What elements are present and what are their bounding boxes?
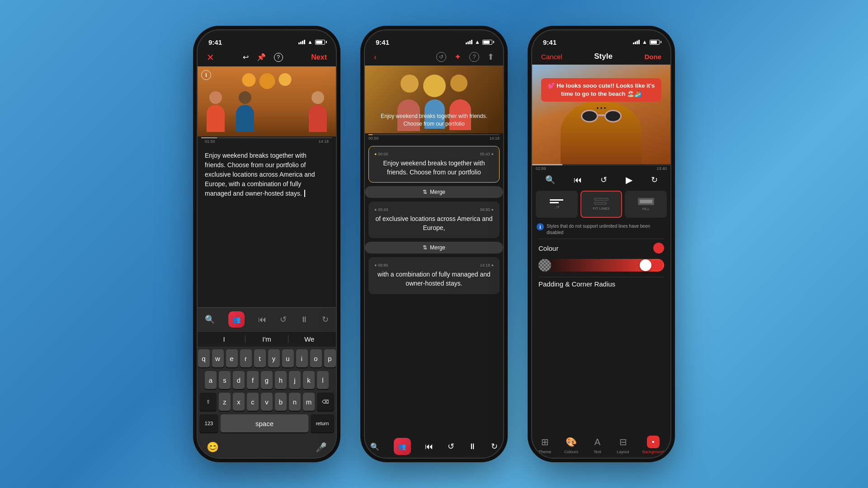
- pause-icon[interactable]: ⏸: [300, 315, 308, 324]
- skip-forward-icon[interactable]: ↻: [322, 314, 329, 324]
- key-shift[interactable]: ⇧: [199, 393, 217, 411]
- style-option-fill[interactable]: FILL: [625, 191, 667, 218]
- loop-icon[interactable]: ↺: [280, 314, 287, 324]
- tab-theme-label: Theme: [538, 450, 551, 454]
- cancel-button-3[interactable]: Cancel: [541, 53, 562, 61]
- key-b[interactable]: b: [275, 393, 287, 411]
- key-y[interactable]: y: [268, 349, 280, 367]
- key-x[interactable]: x: [233, 393, 245, 411]
- skip-back-3[interactable]: ⏮: [574, 175, 582, 185]
- search-icon-1[interactable]: 🔍: [205, 314, 215, 324]
- key-n[interactable]: n: [289, 393, 301, 411]
- help-icon-2[interactable]: ?: [469, 52, 479, 62]
- key-s[interactable]: s: [219, 371, 231, 389]
- key-p[interactable]: p: [324, 349, 336, 367]
- theme-icon: ⊞: [538, 436, 551, 448]
- style-option-fitlines[interactable]: FIT LINES: [580, 191, 623, 218]
- done-button-3[interactable]: Done: [645, 53, 662, 61]
- key-d[interactable]: d: [233, 371, 245, 389]
- style-option-it[interactable]: ...IT: [536, 191, 578, 218]
- next-button[interactable]: Next: [311, 53, 327, 61]
- key-k[interactable]: k: [303, 371, 315, 389]
- slider-thumb[interactable]: [640, 259, 651, 271]
- segment-2-text: of exclusive locations across America an…: [374, 215, 494, 232]
- key-z[interactable]: z: [219, 393, 231, 411]
- video-scene-2: Enjoy weekend breaks together with frien…: [365, 66, 503, 133]
- phone3-controls: 🔍 ⏮ ↺ ▶ ↻: [532, 172, 670, 188]
- tab-theme[interactable]: ⊞ Theme: [538, 436, 551, 454]
- tab-layout[interactable]: ⊟ Layout: [617, 436, 629, 454]
- suggestion-i[interactable]: I: [203, 333, 245, 345]
- segment-3-header: ● 08:80 14:18 ●: [374, 263, 494, 267]
- key-u[interactable]: u: [282, 349, 294, 367]
- help-icon[interactable]: ?: [274, 53, 283, 62]
- key-v[interactable]: v: [261, 393, 273, 411]
- checker-pattern: [538, 259, 551, 272]
- key-e[interactable]: e: [226, 349, 238, 367]
- caption-segment-2[interactable]: ● 05:43 08:80 ● of exclusive locations a…: [368, 202, 500, 238]
- key-h[interactable]: h: [275, 371, 287, 389]
- key-numbers[interactable]: 123: [199, 414, 218, 432]
- app-icon-1[interactable]: 👥: [228, 311, 245, 328]
- pin-icon[interactable]: 📌: [257, 53, 266, 62]
- text-edit-area[interactable]: Enjoy weekend breaks together with frien…: [198, 145, 336, 307]
- key-t[interactable]: t: [254, 349, 266, 367]
- close-button[interactable]: ✕: [207, 52, 214, 63]
- undo-icon[interactable]: ↩: [243, 53, 249, 62]
- key-r[interactable]: r: [240, 349, 252, 367]
- wifi-icon-2: ▲: [475, 39, 480, 45]
- play-3[interactable]: ▶: [626, 174, 632, 185]
- key-j[interactable]: j: [289, 371, 301, 389]
- loop-3[interactable]: ↺: [600, 175, 607, 185]
- key-q[interactable]: q: [198, 349, 210, 367]
- colour-slider[interactable]: [538, 259, 664, 272]
- tab-colours[interactable]: 🎨 Colours: [564, 436, 578, 454]
- style-title: Style: [594, 52, 613, 61]
- app-icon-2[interactable]: 👥: [394, 438, 411, 455]
- key-f[interactable]: f: [247, 371, 259, 389]
- video-scene-3: • • • 💕 He looks sooo cute!! Looks like …: [532, 65, 670, 164]
- phone3-header: Cancel Style Done: [532, 50, 670, 65]
- skip-back-2[interactable]: ⏮: [425, 442, 433, 451]
- emoji-button[interactable]: 😊: [207, 441, 219, 453]
- merge-button-1[interactable]: ⇅ Merge: [365, 186, 503, 198]
- key-c[interactable]: c: [247, 393, 259, 411]
- back-button-2[interactable]: ‹: [374, 52, 377, 62]
- segment-2-end: 08:80 ●: [480, 207, 494, 212]
- merge-button-2[interactable]: ⇅ Merge: [365, 242, 503, 253]
- key-g[interactable]: g: [261, 371, 273, 389]
- suggestion-we[interactable]: We: [288, 333, 330, 345]
- skip-back-icon[interactable]: ⏮: [258, 315, 266, 324]
- pause-2[interactable]: ⏸: [468, 442, 476, 451]
- settings-icon-2[interactable]: ↺: [436, 52, 446, 62]
- search-icon-3[interactable]: 🔍: [545, 175, 555, 185]
- key-return[interactable]: return: [311, 414, 334, 432]
- segments-container: ● 00:00 05:43 ● Enjoy weekend breaks tog…: [365, 142, 503, 435]
- pin-icon-2[interactable]: ✦: [454, 52, 461, 62]
- forward-3[interactable]: ↻: [651, 175, 658, 185]
- padding-label: Padding & Corner Radius: [538, 280, 615, 288]
- key-l[interactable]: l: [317, 371, 329, 389]
- suggestion-im[interactable]: I'm: [245, 333, 288, 345]
- key-w[interactable]: w: [212, 349, 224, 367]
- status-bar-3: 9:41 ▲: [532, 30, 670, 50]
- caption-segment-1[interactable]: ● 00:00 05:43 ● Enjoy weekend breaks tog…: [368, 146, 500, 183]
- key-delete[interactable]: ⌫: [317, 393, 334, 411]
- share-icon-2[interactable]: ⬆: [487, 52, 494, 62]
- forward-2[interactable]: ↻: [491, 441, 498, 451]
- info-button-1[interactable]: ℹ: [201, 70, 211, 80]
- tab-background[interactable]: ▪ Background: [642, 436, 664, 454]
- colour-slider-row: [532, 257, 670, 273]
- colour-picker[interactable]: [653, 243, 664, 253]
- loop-2[interactable]: ↺: [448, 441, 454, 451]
- key-o[interactable]: o: [310, 349, 322, 367]
- info-text: Styles that do not support unlimited lin…: [547, 223, 666, 236]
- mic-button[interactable]: 🎤: [316, 442, 327, 453]
- key-m[interactable]: m: [303, 393, 315, 411]
- caption-segment-3[interactable]: ● 08:80 14:18 ● with a combination of fu…: [368, 257, 500, 294]
- key-a[interactable]: a: [205, 371, 217, 389]
- key-space[interactable]: space: [221, 414, 308, 432]
- tab-text[interactable]: A Text: [591, 436, 604, 454]
- key-i[interactable]: i: [296, 349, 308, 367]
- zoom-icon-2[interactable]: 🔍: [370, 442, 379, 451]
